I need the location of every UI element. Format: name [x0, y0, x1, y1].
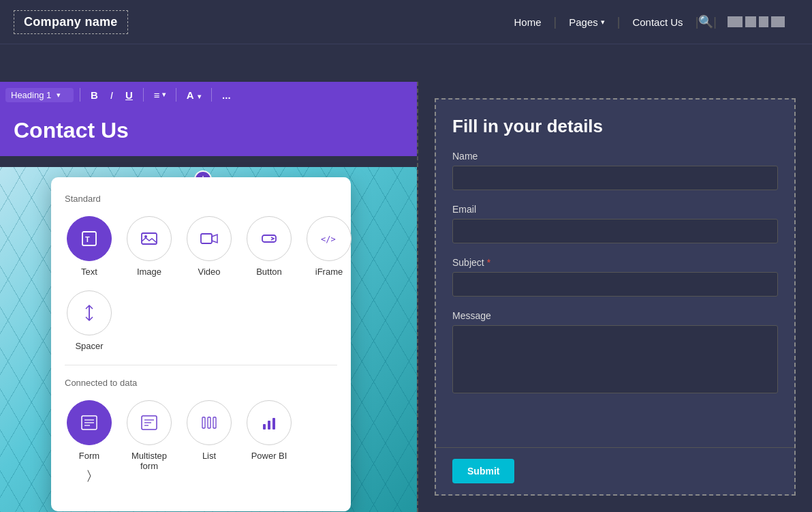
italic-button[interactable]: I: [106, 89, 117, 102]
name-field-group: Name: [452, 151, 778, 201]
subject-input[interactable]: [452, 272, 778, 297]
align-button[interactable]: ≡ ▾: [150, 89, 170, 102]
powerbi-label: Power BI: [251, 451, 287, 461]
view-toggle-group: [728, 16, 785, 27]
connected-section-label: Connected to data: [65, 378, 337, 388]
form-icon-circle: [67, 400, 112, 445]
subject-field-group: Subject *: [452, 257, 778, 307]
name-input[interactable]: [452, 166, 778, 190]
svg-rect-2: [142, 233, 157, 244]
nav-links: Home | Pages ▾ | Contact Us | 🔍 |: [501, 14, 785, 29]
standard-items-grid: T Text Image: [65, 216, 337, 277]
svg-rect-20: [268, 421, 270, 430]
svg-text:T: T: [85, 235, 90, 243]
brand-logo[interactable]: Company name: [14, 10, 128, 34]
svg-rect-19: [263, 424, 266, 430]
left-panel: Heading 1 ▾ B I U ≡ ▾ A ▾ ... Contact Us: [0, 82, 417, 512]
view-icon-other[interactable]: [771, 16, 785, 27]
main-area: Heading 1 ▾ B I U ≡ ▾ A ▾ ... Contact Us: [0, 82, 812, 512]
view-icon-mobile[interactable]: [759, 16, 768, 27]
form-label: Form: [79, 451, 99, 461]
picker-button[interactable]: Button: [245, 216, 294, 277]
svg-rect-16: [202, 417, 205, 428]
svg-rect-21: [272, 418, 275, 430]
video-label: Video: [198, 267, 220, 277]
text-label: Text: [81, 267, 97, 277]
required-star: *: [487, 257, 490, 268]
picker-video[interactable]: Video: [185, 216, 234, 277]
submit-button[interactable]: Submit: [452, 459, 514, 483]
iframe-label: iFrame: [315, 267, 343, 277]
picker-iframe[interactable]: </> iFrame: [304, 216, 354, 277]
chevron-down-icon: ▾: [198, 93, 201, 100]
page-spacer: [0, 44, 812, 82]
nav-contact[interactable]: Contact Us: [620, 16, 695, 28]
heading-block[interactable]: Contact Us: [0, 108, 417, 156]
iframe-icon-circle: </>: [307, 216, 352, 261]
text-icon-circle: T: [67, 216, 112, 261]
list-label: List: [202, 451, 216, 461]
email-label: Email: [452, 204, 778, 215]
bold-button[interactable]: B: [87, 89, 102, 102]
cursor-icon: 〉: [87, 469, 91, 481]
submit-bar: Submit: [436, 447, 794, 494]
svg-text:</>: </>: [321, 235, 336, 244]
subject-label: Subject *: [452, 257, 778, 268]
picker-powerbi[interactable]: Power BI: [245, 400, 294, 481]
popup-divider: [65, 365, 337, 365]
powerbi-icon-circle: [247, 400, 292, 445]
image-icon-circle: [127, 216, 172, 261]
view-icon-tablet[interactable]: [745, 16, 756, 27]
underline-button[interactable]: U: [121, 89, 137, 102]
picker-form[interactable]: Form 〉: [65, 400, 114, 481]
toolbar-sep-1: [80, 88, 80, 102]
standard-section-label: Standard: [65, 194, 337, 204]
view-icon-desktop[interactable]: [728, 16, 743, 27]
picker-image[interactable]: Image: [125, 216, 174, 277]
video-icon-circle: [187, 216, 232, 261]
toolbar-sep-4: [211, 88, 212, 102]
name-label: Name: [452, 151, 778, 162]
nav-sep-4: |: [713, 15, 717, 29]
toolbar-sep-3: [176, 88, 176, 102]
form-title: Fill in your details: [452, 116, 778, 137]
search-icon[interactable]: 🔍: [698, 14, 713, 29]
editor-toolbar: Heading 1 ▾ B I U ≡ ▾ A ▾ ...: [0, 82, 417, 108]
message-label: Message: [452, 310, 778, 321]
spacer-items-grid: Spacer: [65, 290, 337, 351]
connected-items-grid: Form 〉 Multistepform: [65, 400, 337, 481]
block-picker-popup: Standard T Text: [51, 177, 351, 511]
email-field-group: Email: [452, 204, 778, 254]
list-icon-circle: [187, 400, 232, 445]
form-container: Fill in your details Name Email Subject: [435, 98, 796, 496]
spacer-icon-circle: [67, 290, 112, 335]
button-icon-circle: [247, 216, 292, 261]
heading-style-select[interactable]: Heading 1 ▾: [5, 88, 74, 102]
topnav: Company name Home | Pages ▾ | Contact Us…: [0, 0, 812, 44]
multistep-label: Multistepform: [131, 451, 167, 471]
color-button[interactable]: A ▾: [183, 89, 205, 102]
picker-list[interactable]: List: [185, 400, 234, 481]
message-field-group: Message: [452, 310, 778, 407]
spacer-label: Spacer: [75, 341, 103, 351]
right-panel: Fill in your details Name Email Subject: [417, 82, 812, 512]
picker-spacer[interactable]: Spacer: [65, 290, 114, 351]
multistep-icon-circle: [127, 400, 172, 445]
svg-rect-17: [208, 417, 210, 428]
message-input[interactable]: [452, 325, 778, 393]
toolbar-sep-2: [143, 88, 144, 102]
page-heading[interactable]: Contact Us: [14, 119, 403, 142]
more-options-button[interactable]: ...: [218, 89, 235, 102]
svg-rect-4: [201, 234, 212, 243]
email-input[interactable]: [452, 219, 778, 243]
svg-rect-18: [213, 417, 216, 428]
chevron-down-icon: ▾: [601, 18, 605, 27]
picker-multistep[interactable]: Multistepform: [125, 400, 174, 481]
chevron-down-icon: ▾: [162, 91, 166, 98]
nav-home[interactable]: Home: [501, 16, 553, 28]
button-label: Button: [256, 267, 282, 277]
image-label: Image: [137, 267, 161, 277]
picker-text[interactable]: T Text: [65, 216, 114, 277]
nav-pages[interactable]: Pages ▾: [557, 16, 617, 28]
chevron-down-icon: ▾: [57, 91, 61, 100]
